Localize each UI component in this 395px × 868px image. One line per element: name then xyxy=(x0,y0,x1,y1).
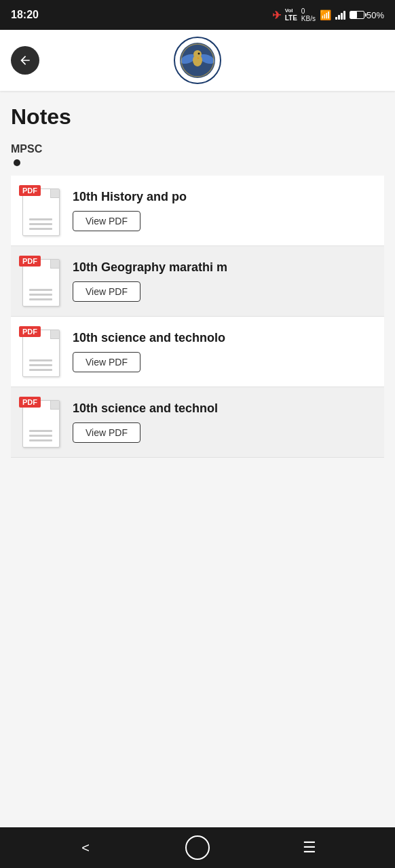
view-pdf-button-1[interactable]: View PDF xyxy=(73,211,140,231)
lte-indicator: Vol LTE xyxy=(285,8,297,22)
nav-back-button[interactable]: < xyxy=(69,831,102,865)
wifi-icon: 📶 xyxy=(320,9,331,20)
pdf-name-1: 10th History and po xyxy=(73,190,376,204)
airtel-icon: ✈ xyxy=(272,9,281,22)
pdf-icon-2: PDF xyxy=(19,256,63,307)
pdf-item-1: PDF 10th History and po View PDF xyxy=(11,176,384,246)
kbs-indicator: 0 KB/s xyxy=(301,7,316,22)
status-time: 18:20 xyxy=(11,9,39,21)
pdf-icon-1: PDF xyxy=(19,185,63,236)
main-content: Notes MPSC PDF 10th History and po View … xyxy=(0,91,395,827)
pdf-name-2: 10th Geography marathi m xyxy=(73,260,376,275)
pdf-icon-4: PDF xyxy=(19,397,63,448)
pdf-icon-3: PDF xyxy=(19,326,63,377)
battery-level: 50% xyxy=(366,10,384,20)
pdf-item-4: PDF 10th science and technol View PDF xyxy=(11,387,384,458)
pdf-name-3: 10th science and technolo xyxy=(73,331,376,345)
back-arrow-icon xyxy=(18,54,32,67)
pdf-info-4: 10th science and technol View PDF xyxy=(73,401,376,443)
pdf-info-1: 10th History and po View PDF xyxy=(73,190,376,231)
pdf-item-3: PDF 10th science and technolo View PDF xyxy=(11,317,384,387)
svg-point-6 xyxy=(198,53,200,55)
pdf-list: PDF 10th History and po View PDF PDF xyxy=(11,176,384,458)
pdf-info-3: 10th science and technolo View PDF xyxy=(73,331,376,372)
logo-svg xyxy=(178,41,217,79)
view-pdf-button-2[interactable]: View PDF xyxy=(73,281,140,302)
nav-menu-icon: ☰ xyxy=(303,839,316,856)
logo-inner xyxy=(177,40,218,81)
nav-back-icon: < xyxy=(81,840,90,856)
status-bar: 18:20 ✈ Vol LTE 0 KB/s 📶 50% xyxy=(0,0,395,30)
bottom-nav: < ☰ xyxy=(0,827,395,868)
nav-menu-button[interactable]: ☰ xyxy=(293,831,326,865)
battery-indicator: 50% xyxy=(350,10,384,20)
pdf-badge-4: PDF xyxy=(19,397,41,408)
back-button[interactable] xyxy=(11,46,39,75)
app-logo xyxy=(174,37,221,84)
view-pdf-button-4[interactable]: View PDF xyxy=(73,422,140,443)
pdf-info-2: 10th Geography marathi m View PDF xyxy=(73,260,376,302)
pdf-badge-3: PDF xyxy=(19,326,41,337)
nav-home-button[interactable] xyxy=(185,835,210,860)
view-pdf-button-3[interactable]: View PDF xyxy=(73,352,140,372)
pdf-badge-2: PDF xyxy=(19,256,41,267)
status-icons: ✈ Vol LTE 0 KB/s 📶 50% xyxy=(272,7,384,22)
section-bullet xyxy=(14,159,20,166)
signal-bars xyxy=(335,10,345,20)
section-label: MPSC xyxy=(11,143,384,155)
pdf-name-4: 10th science and technol xyxy=(73,401,376,416)
top-nav xyxy=(0,30,395,91)
page-title: Notes xyxy=(11,104,384,130)
pdf-item-2: PDF 10th Geography marathi m View PDF xyxy=(11,246,384,317)
pdf-badge-1: PDF xyxy=(19,185,41,196)
